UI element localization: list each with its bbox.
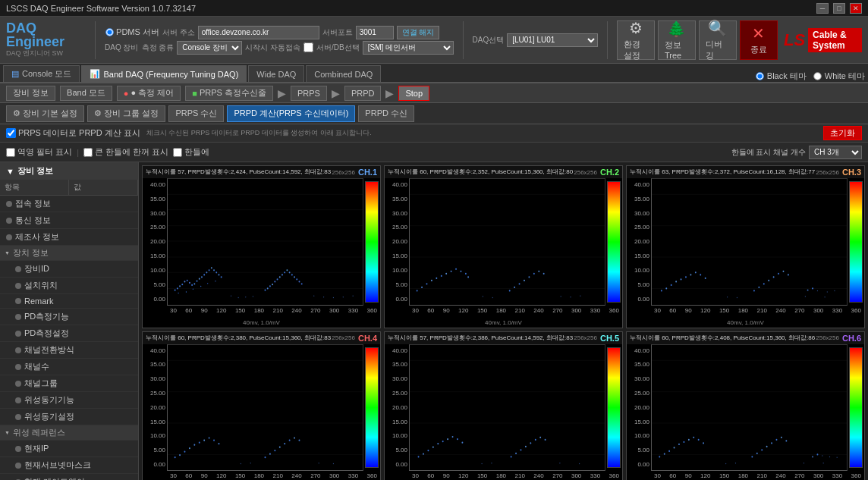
separator3	[607, 21, 608, 59]
prpd-tab[interactable]: PRPD	[344, 86, 382, 101]
sidebar-item-remote-trigger[interactable]: 위성동기기능	[0, 392, 138, 409]
svg-point-167	[491, 462, 492, 463]
svg-point-29	[193, 288, 193, 290]
main-area: ▼ 장비 정보 항목 값 접속 정보 통신 정보 제조사 정보 ▼ 장치 정보 …	[0, 162, 868, 480]
debug-button[interactable]: 🔍 디버깅	[699, 20, 737, 60]
svg-point-78	[528, 276, 530, 278]
sidebar-item-ch-count[interactable]: 채널수	[0, 359, 138, 375]
exit-button[interactable]: ✕ 종료	[740, 20, 778, 60]
svg-point-117	[834, 290, 835, 292]
pdms-radio-label[interactable]: PDMS 서버	[105, 27, 159, 38]
sidebar-item-ch-switch[interactable]: 채널전환방식	[0, 342, 138, 359]
large-value-checkbox[interactable]	[83, 148, 93, 157]
region-filter-checkbox[interactable]	[6, 148, 15, 157]
chart-ch1-body: 40.00 35.00 30.00 25.00 20.00 15.00 10.0…	[143, 178, 380, 306]
sidebar-item-connection[interactable]: 접속 정보	[0, 196, 138, 212]
svg-point-186	[761, 449, 763, 450]
sidebar-item-pd-func[interactable]: PD측정기능	[0, 309, 138, 325]
minimize-button[interactable]: ─	[816, 3, 829, 14]
charts-grid: 누적시이를 57, PRPD발생횟수:2,424, PulseCount:14,…	[142, 165, 865, 480]
svg-point-82	[483, 296, 483, 297]
device-group-btn[interactable]: ⚙ 장비 그룹 설정	[87, 105, 165, 122]
large-value-option[interactable]: 큰 한들에 한꺼 표시	[83, 146, 168, 158]
clear-button[interactable]: 초기화	[823, 126, 862, 140]
channel-count-select[interactable]: CH 3개 CH 1개 CH 2개 CH 6개	[809, 146, 862, 159]
sidebar-item-pd-config[interactable]: PD측정설정	[0, 325, 138, 342]
window-controls[interactable]: ─ □ ✕	[816, 3, 862, 14]
auto-connect-label: 시작시 자동접속	[245, 42, 300, 53]
black-theme-radio[interactable]	[756, 72, 763, 80]
sidebar-item-deviceid[interactable]: 장비ID	[0, 261, 138, 278]
sidebar-section-device[interactable]: ▼ 장치 정보	[0, 246, 138, 261]
console-icon: ▤	[11, 69, 19, 79]
prpd-options-bar: PRPS 데이터로 PRPD 계산 표시 체크시 수신된 PRPS 데이터로 P…	[0, 124, 868, 143]
auto-connect-checkbox[interactable]	[303, 42, 313, 52]
svg-point-30	[200, 286, 201, 287]
sidebar-item-location[interactable]: 설치위치	[0, 278, 138, 294]
close-button[interactable]: ✕	[850, 3, 862, 14]
half-value-option[interactable]: 한들에	[173, 146, 209, 158]
dot-current-ip	[15, 446, 21, 452]
sidebar-item-current-subnet[interactable]: 현재서브넷마스크	[0, 457, 138, 474]
svg-point-51	[245, 296, 246, 298]
sidebar-item-remark[interactable]: Remark	[0, 294, 138, 309]
tab-wide[interactable]: Wide DAQ	[248, 65, 304, 82]
server-port-input[interactable]	[356, 26, 394, 39]
server-db-select[interactable]: [SM] 메인서버	[363, 41, 454, 55]
svg-point-100	[705, 278, 706, 279]
stop-button[interactable]: Stop	[398, 86, 429, 101]
prps-to-prpd-label[interactable]: PRPS 데이터로 PRPD 계산 표시	[6, 127, 140, 139]
server-address-input[interactable]	[198, 26, 319, 39]
sidebar-item-current-gateway[interactable]: 현재 게이트웨이	[0, 474, 138, 480]
device-info-tab[interactable]: 장비 정보	[6, 86, 55, 101]
env-settings-button[interactable]: ⚙ 환경설정	[617, 20, 655, 60]
svg-point-188	[771, 442, 772, 444]
daq-select[interactable]: [LU01] LU01	[507, 33, 598, 47]
svg-point-142	[319, 462, 319, 463]
black-theme-label[interactable]: Black 테마	[755, 71, 807, 82]
prps-level-btn[interactable]: PRPS 수신	[168, 105, 224, 122]
svg-point-133	[269, 453, 271, 454]
prpd-level-btn[interactable]: PRPD 수신	[358, 105, 414, 122]
tab-combined[interactable]: Combined DAQ	[306, 65, 381, 82]
half-value-checkbox[interactable]	[173, 148, 182, 157]
band-mode-tab[interactable]: Band 모드	[60, 86, 112, 101]
prps-measure-tab[interactable]: ■ PRPS 측정수신줄	[185, 86, 273, 101]
tab-band[interactable]: 📊 Band DAQ (Frequency Tuning DAQ)	[81, 65, 247, 82]
freq-select[interactable]: Console 장비	[177, 41, 242, 55]
sidebar-section-remote-ref[interactable]: ▼ 위성 레퍼런스	[0, 425, 138, 441]
svg-point-74	[509, 290, 511, 291]
pdms-radio[interactable]	[105, 28, 113, 36]
prps-to-prpd-checkbox[interactable]	[6, 128, 16, 138]
connect-button[interactable]: 연결 해지	[397, 26, 440, 39]
sidebar-item-remote-config[interactable]: 위성동기설정	[0, 409, 138, 425]
debug-icon: 🔍	[708, 19, 727, 37]
chart-ch3-xaxis: 306090 120150180 210240270 300330360	[627, 306, 864, 319]
chart-ch2-xaxis: 306090 120150180 210240270 300330360	[385, 306, 622, 319]
sidebar-item-comm[interactable]: 통신 정보	[0, 212, 138, 229]
device-basic-btn[interactable]: ⚙ 장비 기본 설정	[6, 105, 84, 122]
prps-tab[interactable]: PRPS	[291, 86, 327, 101]
tab-console[interactable]: ▤ Console 모드	[3, 65, 80, 82]
maximize-button[interactable]: □	[833, 3, 845, 14]
app-name: DAQ Engineer	[6, 21, 77, 49]
prpd-calc-btn[interactable]: PRPD 계산(PRPS 수신데이터)	[227, 105, 355, 122]
chart-ch6: 누적시이를 60, PRPD발생횟수:2,408, PulseCount:15,…	[626, 331, 865, 481]
svg-point-111	[805, 296, 806, 297]
white-theme-label[interactable]: White 테마	[813, 71, 865, 82]
sidebar-item-manufacturer[interactable]: 제조사 정보	[0, 229, 138, 246]
ls-logo-area: LS Cable & System	[784, 28, 862, 52]
sidebar-item-current-ip[interactable]: 현재IP	[0, 441, 138, 457]
white-theme-radio[interactable]	[813, 72, 821, 80]
measure-control-tab[interactable]: ● ● 측정 제어	[117, 86, 181, 101]
chart-ch2-unit: 40mv, 1.0/mV	[385, 319, 622, 328]
titlebar: LSCS DAQ Engineer Software Version 1.0.7…	[0, 0, 868, 17]
svg-point-109	[727, 296, 728, 298]
sidebar-item-ch-group[interactable]: 채널그룹	[0, 375, 138, 392]
svg-point-150	[427, 450, 429, 451]
svg-point-48	[301, 283, 303, 284]
region-filter-option[interactable]: 역영 필터 표시	[6, 146, 72, 158]
chart-ch3-yaxis: 40.0035.0030.00 25.0020.0015.00 10.005.0…	[627, 178, 651, 306]
chart-ch5-colorbar	[607, 347, 621, 469]
info-tree-button[interactable]: 🌲 정보Tree	[658, 20, 696, 60]
